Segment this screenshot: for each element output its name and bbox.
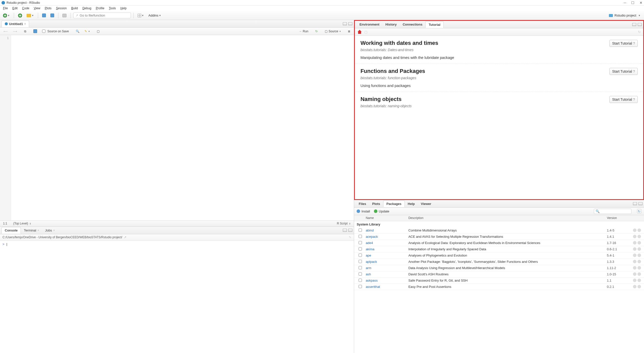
package-remove-icon[interactable] [637,235,641,238]
addins-button[interactable]: Addins ▼ [147,13,163,18]
menu-profile[interactable]: Profile [94,6,106,11]
package-load-checkbox[interactable] [359,241,362,244]
package-web-icon[interactable] [633,241,636,245]
home-icon[interactable] [357,30,362,34]
tab-tutorial[interactable]: Tutorial [425,21,444,28]
print-button[interactable] [61,13,68,18]
packages-table-body[interactable]: System Library abindCombine Multidimensi… [354,221,644,353]
package-remove-icon[interactable] [637,266,641,270]
package-web-icon[interactable] [633,235,636,238]
minimize-button[interactable]: ─ [624,1,626,5]
package-name-link[interactable]: ape [364,254,406,257]
package-web-icon[interactable] [633,254,636,257]
tab-packages[interactable]: Packages [383,200,405,207]
menu-view[interactable]: View [32,6,42,11]
package-name-link[interactable]: assertthat [364,285,406,289]
start-tutorial-button[interactable]: Start Tutorial ? [609,68,638,75]
goto-dir-icon[interactable]: ↗ [124,236,126,239]
maximize-pane-button[interactable] [348,22,352,25]
save-all-button[interactable] [49,13,56,18]
package-name-link[interactable]: aplpack [364,260,406,264]
run-button[interactable]: →Run [297,29,310,34]
goto-file-function[interactable]: ↗ [73,13,131,18]
minimize-pane-button[interactable] [633,202,637,205]
forward-button[interactable]: ⟶ [11,29,19,34]
package-remove-icon[interactable] [637,241,641,245]
package-name-link[interactable]: abind [364,228,406,232]
find-button[interactable]: 🔍 [74,29,81,34]
tab-plots[interactable]: Plots [369,201,383,207]
panes-button[interactable]: ▼ [136,13,145,18]
goto-input[interactable] [80,14,129,17]
maximize-pane-button[interactable] [638,202,642,205]
menu-code[interactable]: Code [20,6,31,11]
refresh-tutorial-button[interactable]: ↻ [638,30,641,34]
editor[interactable]: 1 [0,35,354,220]
package-remove-icon[interactable] [637,279,641,282]
package-load-checkbox[interactable] [359,266,362,269]
tab-help[interactable]: Help [405,201,418,207]
package-remove-icon[interactable] [637,285,641,288]
menu-session[interactable]: Session [54,6,69,11]
refresh-packages-button[interactable]: ↻ [637,209,641,213]
close-tab-icon[interactable]: × [24,22,26,25]
rerun-button[interactable]: ↻ [314,29,319,34]
tab-viewer[interactable]: Viewer [418,201,434,207]
package-name-link[interactable]: ash [364,272,406,276]
tab-history[interactable]: History [382,21,400,28]
menu-debug[interactable]: Debug [80,6,93,11]
update-button[interactable]: Update [374,209,389,213]
tab-console[interactable]: Console [2,227,21,234]
save-button[interactable] [41,13,47,18]
new-project-button[interactable] [17,13,24,19]
back-button[interactable]: ⟵ [2,29,9,34]
menu-edit[interactable]: Edit [10,6,20,11]
editor-body[interactable] [11,35,354,220]
new-file-button[interactable]: ▼ [2,13,11,19]
clear-console-button[interactable]: ✎ [349,236,351,239]
save-script-button[interactable] [32,29,39,34]
project-menu[interactable]: Rstudio project ▼ [607,13,642,18]
package-load-checkbox[interactable] [359,272,362,276]
tab-terminal[interactable]: Terminal × [21,227,42,233]
tab-connections[interactable]: Connections [400,21,426,28]
package-web-icon[interactable] [633,279,636,282]
close-tab-icon[interactable]: × [53,229,55,232]
outline-button[interactable]: ≣ [346,29,352,34]
code-tools-button[interactable]: ✎▾ [83,29,91,34]
close-tab-icon[interactable]: × [37,229,39,232]
maximize-pane-button[interactable] [348,229,352,232]
menu-file[interactable]: File [1,6,10,11]
minimize-pane-button[interactable] [343,229,347,232]
source-on-save-checkbox[interactable]: Source on Save [41,29,70,34]
menu-tools[interactable]: Tools [107,6,118,11]
tab-jobs[interactable]: Jobs × [42,227,58,233]
maximize-button[interactable]: ☐ [631,1,634,5]
menu-build[interactable]: Build [69,6,80,11]
scope-selector[interactable]: (Top Level) ⇕ [13,222,32,225]
package-remove-icon[interactable] [637,260,641,263]
tab-environment[interactable]: Environment [356,21,382,28]
package-load-checkbox[interactable] [359,260,362,263]
package-web-icon[interactable] [633,285,636,288]
tab-untitled1[interactable]: Untitled1 × [2,21,29,27]
package-load-checkbox[interactable] [359,247,362,251]
package-load-checkbox[interactable] [359,254,362,257]
package-remove-icon[interactable] [637,247,641,251]
source-on-save-input[interactable] [42,30,45,33]
source-script-button[interactable]: ▢Source▾ [323,29,342,34]
package-load-checkbox[interactable] [359,285,362,288]
menu-help[interactable]: Help [118,6,129,11]
package-remove-icon[interactable] [637,272,641,276]
stop-tutorial-button[interactable]: ▢ [364,30,367,34]
package-web-icon[interactable] [633,260,636,263]
tab-files[interactable]: Files [356,201,369,207]
menu-plots[interactable]: Plots [43,6,54,11]
package-remove-icon[interactable] [637,228,641,232]
package-web-icon[interactable] [633,272,636,276]
package-search[interactable]: 🔍 [594,209,631,214]
package-name-link[interactable]: acepack [364,235,406,239]
package-name-link[interactable]: ade4 [364,241,406,245]
show-in-new-window-button[interactable]: ⧉ [23,29,28,34]
package-name-link[interactable]: arm [364,266,406,270]
